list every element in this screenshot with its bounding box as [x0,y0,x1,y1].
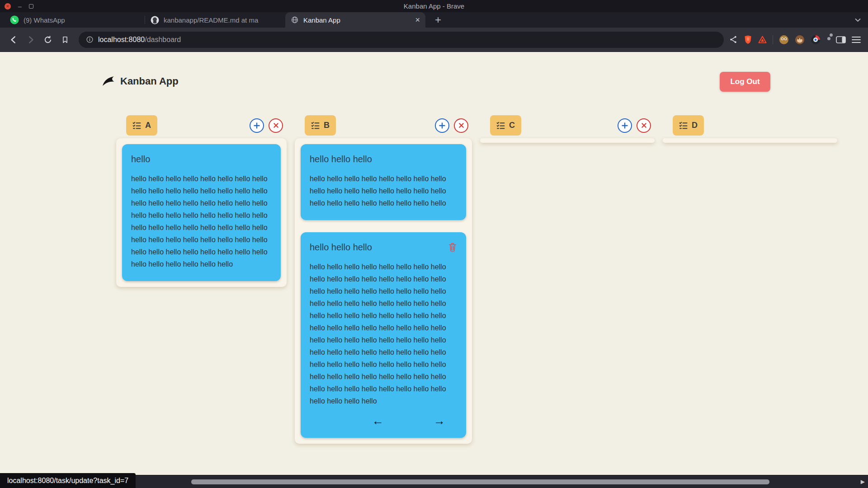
column-badge[interactable]: D [673,115,704,136]
window-controls: ✕ – [0,3,33,9]
scroll-right-arrow-icon[interactable]: ▶ [861,479,865,485]
column-header: D [663,115,837,136]
checklist-icon [311,121,320,130]
column-header: C [480,115,655,136]
add-task-button[interactable] [435,118,449,133]
globe-icon [291,16,299,24]
card-body: hello hello hello hello hello hello hell… [310,261,457,407]
add-task-button[interactable] [618,118,632,133]
column-badge[interactable]: C [490,115,521,136]
window-close-button[interactable]: ✕ [5,3,11,9]
card-body-line: hello hello hello hello hello hello hell… [310,310,457,322]
add-task-button[interactable] [250,118,264,133]
card-title: hello hello hello [310,242,372,253]
whatsapp-icon [10,15,19,24]
extension-owl-icon[interactable] [779,35,789,45]
tab-label: Kanban App [303,16,340,24]
column-label: C [509,121,515,130]
browser-toolbar: localhost:8080/dashboard [0,28,868,52]
kanban-column: A hello hello hello hello hello hello he… [116,115,287,287]
tab-search-chevron-icon[interactable] [855,18,861,22]
column-card-list [480,138,655,143]
column-badge[interactable]: B [305,115,336,136]
move-left-arrow[interactable]: ← [372,414,384,427]
tab-strip: (9) WhatsApp kanbanapp/README.md at ma K… [0,12,868,28]
url-path: /dashboard [145,36,181,43]
tab-close-icon[interactable]: × [415,16,420,24]
remove-column-button[interactable] [269,118,283,133]
column-label: A [145,121,151,130]
column-label: B [324,121,330,130]
column-header: B [295,115,472,136]
card-body-line: hello hello hello hello hello hello hell… [310,371,457,383]
window-maximize-button[interactable] [29,4,33,9]
sidebar-panel-icon[interactable] [836,36,846,44]
page-viewport: Kanban App Log Out A [0,52,868,488]
kanban-column: B hello hello hello hello hello hello he… [295,115,472,444]
tab-kanban-app[interactable]: Kanban App × [285,12,425,28]
card-body-line: hello hello hello hello hello hello hell… [310,285,457,297]
logout-button[interactable]: Log Out [720,72,770,92]
menu-hamburger-icon[interactable] [852,36,861,43]
task-card[interactable]: hello hello hello hello hello hello hell… [301,144,466,220]
kanban-column: C [480,115,655,143]
extensions-puzzle-icon[interactable] [826,36,830,44]
card-header: hello hello hello [310,242,457,253]
card-body-line: hello hello hello hello hello hello hell… [310,322,457,334]
column-label: D [692,121,698,130]
extension-wheel-icon[interactable] [811,35,821,45]
page-title: Kanban App [120,75,179,87]
column-actions [618,118,651,133]
task-card[interactable]: hello hello hello hello hello hello hell… [122,144,281,281]
card-body-line: hello hello hello hello hello hello hell… [131,246,272,258]
reload-button[interactable] [40,32,56,48]
scrollbar-thumb[interactable] [191,479,769,484]
bookmark-icon[interactable] [57,32,73,48]
window-titlebar: ✕ – Kanban App - Brave [0,0,868,12]
column-header: A [116,115,287,136]
card-body-line: hello hello hello hello hello hello hell… [310,346,457,358]
remove-column-button[interactable] [454,118,468,133]
tab-github[interactable]: kanbanapp/README.md at ma [145,12,285,28]
kanban-board: A hello hello hello hello hello hello he… [116,115,837,444]
tab-label: (9) WhatsApp [24,16,65,24]
app-logo-swoosh-icon [101,75,115,87]
brave-rewards-icon[interactable] [758,36,767,43]
remove-column-button[interactable] [637,118,651,133]
card-body-line: hello hello hello hello hello hello hell… [310,358,457,371]
forward-button[interactable] [23,32,39,48]
trash-icon[interactable] [448,242,457,252]
card-body-line: hello hello hello hello hello hello hell… [131,234,272,246]
share-icon[interactable] [729,35,738,44]
move-right-arrow[interactable]: → [434,414,445,427]
card-body-line: hello hello hello hello hello hello hell… [310,297,457,310]
url-host: localhost:8080 [98,36,145,43]
window-minimize-button[interactable]: – [18,4,22,9]
tab-label-fade [262,12,285,28]
column-actions [250,118,283,133]
card-title: hello [131,154,150,164]
card-body-line: hello hello hello hello hello hello hell… [310,173,457,185]
card-body-line: hello hello hello hello hello hello [131,258,272,270]
checklist-icon [132,121,141,130]
back-button[interactable] [5,32,22,48]
toolbar-right-icons [729,35,863,45]
brave-shield-icon[interactable] [744,35,752,45]
task-card[interactable]: hello hello hello hello hello hello hell… [301,232,466,438]
url-address-bar[interactable]: localhost:8080/dashboard [79,32,724,48]
card-body-line: hello hello hello hello hello hello hell… [131,221,272,234]
url-text: localhost:8080/dashboard [98,36,181,44]
card-body: hello hello hello hello hello hello hell… [131,173,272,270]
tab-whatsapp[interactable]: (9) WhatsApp [5,12,145,28]
toolbar-divider [773,35,773,44]
card-body-line: hello hello hello hello hello hello hell… [131,197,272,209]
column-actions [435,118,468,133]
column-card-list: hello hello hello hello hello hello hell… [116,138,287,287]
github-icon [151,16,159,24]
card-body-line: hello hello hello hello hello hello hell… [310,197,457,209]
extension-monkey-icon[interactable] [795,35,805,45]
column-card-list: hello hello hello hello hello hello hell… [295,138,472,444]
site-info-icon[interactable] [86,36,94,43]
column-badge[interactable]: A [126,115,157,136]
new-tab-button[interactable]: + [432,14,444,25]
